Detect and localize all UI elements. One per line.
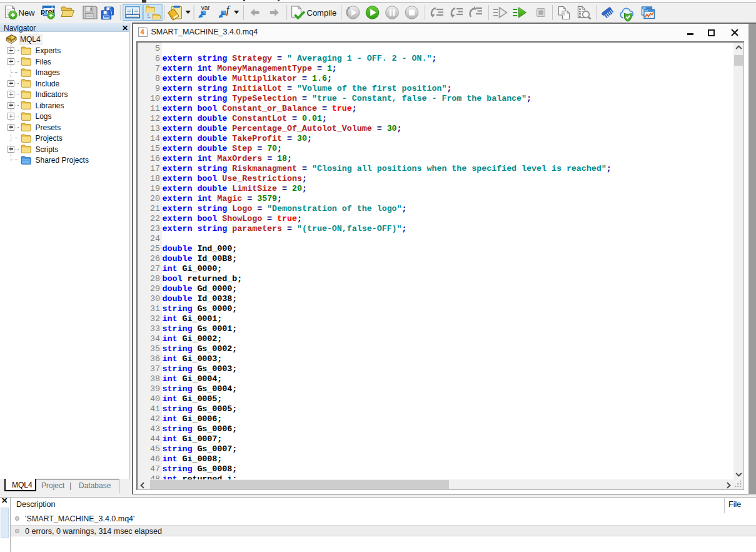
svg-text:f: f xyxy=(226,4,231,16)
svg-text:var: var xyxy=(201,4,211,11)
svg-text:New: New xyxy=(19,8,36,18)
svg-text:Compile: Compile xyxy=(307,8,337,18)
